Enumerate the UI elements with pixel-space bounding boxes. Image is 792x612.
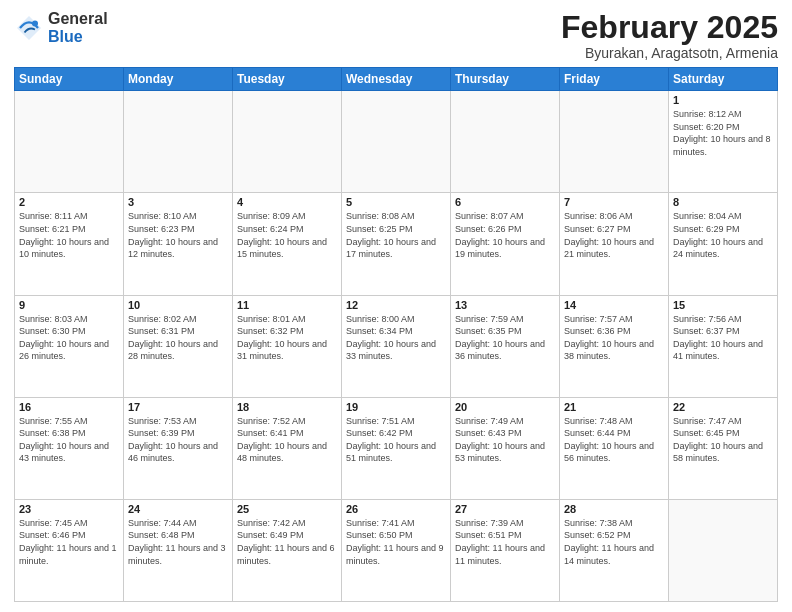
header-thursday: Thursday xyxy=(451,68,560,91)
calendar-cell xyxy=(124,91,233,193)
day-number: 6 xyxy=(455,196,555,208)
header-wednesday: Wednesday xyxy=(342,68,451,91)
calendar-cell: 26Sunrise: 7:41 AM Sunset: 6:50 PM Dayli… xyxy=(342,499,451,601)
day-info: Sunrise: 7:56 AM Sunset: 6:37 PM Dayligh… xyxy=(673,313,773,363)
location-subtitle: Byurakan, Aragatsotn, Armenia xyxy=(561,45,778,61)
calendar-cell: 11Sunrise: 8:01 AM Sunset: 6:32 PM Dayli… xyxy=(233,295,342,397)
day-number: 21 xyxy=(564,401,664,413)
calendar-week-row: 9Sunrise: 8:03 AM Sunset: 6:30 PM Daylig… xyxy=(15,295,778,397)
day-number: 26 xyxy=(346,503,446,515)
logo-blue-label: Blue xyxy=(48,28,108,46)
day-number: 22 xyxy=(673,401,773,413)
day-number: 13 xyxy=(455,299,555,311)
calendar-cell: 17Sunrise: 7:53 AM Sunset: 6:39 PM Dayli… xyxy=(124,397,233,499)
calendar-cell: 19Sunrise: 7:51 AM Sunset: 6:42 PM Dayli… xyxy=(342,397,451,499)
calendar-week-row: 2Sunrise: 8:11 AM Sunset: 6:21 PM Daylig… xyxy=(15,193,778,295)
calendar-cell: 14Sunrise: 7:57 AM Sunset: 6:36 PM Dayli… xyxy=(560,295,669,397)
day-info: Sunrise: 7:41 AM Sunset: 6:50 PM Dayligh… xyxy=(346,517,446,567)
day-number: 14 xyxy=(564,299,664,311)
calendar-cell: 22Sunrise: 7:47 AM Sunset: 6:45 PM Dayli… xyxy=(669,397,778,499)
day-number: 9 xyxy=(19,299,119,311)
day-info: Sunrise: 8:12 AM Sunset: 6:20 PM Dayligh… xyxy=(673,108,773,158)
day-number: 1 xyxy=(673,94,773,106)
day-info: Sunrise: 7:59 AM Sunset: 6:35 PM Dayligh… xyxy=(455,313,555,363)
day-number: 3 xyxy=(128,196,228,208)
calendar-cell: 4Sunrise: 8:09 AM Sunset: 6:24 PM Daylig… xyxy=(233,193,342,295)
calendar-cell: 16Sunrise: 7:55 AM Sunset: 6:38 PM Dayli… xyxy=(15,397,124,499)
day-info: Sunrise: 7:55 AM Sunset: 6:38 PM Dayligh… xyxy=(19,415,119,465)
logo-text: General Blue xyxy=(48,10,108,45)
day-number: 23 xyxy=(19,503,119,515)
header-tuesday: Tuesday xyxy=(233,68,342,91)
day-number: 28 xyxy=(564,503,664,515)
day-number: 4 xyxy=(237,196,337,208)
calendar-cell: 15Sunrise: 7:56 AM Sunset: 6:37 PM Dayli… xyxy=(669,295,778,397)
day-number: 15 xyxy=(673,299,773,311)
day-number: 7 xyxy=(564,196,664,208)
day-number: 18 xyxy=(237,401,337,413)
day-info: Sunrise: 7:45 AM Sunset: 6:46 PM Dayligh… xyxy=(19,517,119,567)
day-number: 16 xyxy=(19,401,119,413)
day-info: Sunrise: 7:39 AM Sunset: 6:51 PM Dayligh… xyxy=(455,517,555,567)
day-info: Sunrise: 8:00 AM Sunset: 6:34 PM Dayligh… xyxy=(346,313,446,363)
calendar-cell xyxy=(342,91,451,193)
day-number: 10 xyxy=(128,299,228,311)
calendar-cell xyxy=(15,91,124,193)
day-number: 12 xyxy=(346,299,446,311)
day-number: 2 xyxy=(19,196,119,208)
day-number: 27 xyxy=(455,503,555,515)
calendar-cell: 13Sunrise: 7:59 AM Sunset: 6:35 PM Dayli… xyxy=(451,295,560,397)
calendar-cell: 1Sunrise: 8:12 AM Sunset: 6:20 PM Daylig… xyxy=(669,91,778,193)
calendar-table: SundayMondayTuesdayWednesdayThursdayFrid… xyxy=(14,67,778,602)
day-number: 20 xyxy=(455,401,555,413)
calendar-cell: 24Sunrise: 7:44 AM Sunset: 6:48 PM Dayli… xyxy=(124,499,233,601)
header: General Blue February 2025 Byurakan, Ara… xyxy=(14,10,778,61)
calendar-cell: 18Sunrise: 7:52 AM Sunset: 6:41 PM Dayli… xyxy=(233,397,342,499)
calendar-cell xyxy=(669,499,778,601)
title-block: February 2025 Byurakan, Aragatsotn, Arme… xyxy=(561,10,778,61)
calendar-week-row: 16Sunrise: 7:55 AM Sunset: 6:38 PM Dayli… xyxy=(15,397,778,499)
calendar-cell: 5Sunrise: 8:08 AM Sunset: 6:25 PM Daylig… xyxy=(342,193,451,295)
header-friday: Friday xyxy=(560,68,669,91)
logo-general-label: General xyxy=(48,10,108,28)
calendar-week-row: 23Sunrise: 7:45 AM Sunset: 6:46 PM Dayli… xyxy=(15,499,778,601)
day-number: 24 xyxy=(128,503,228,515)
day-info: Sunrise: 8:02 AM Sunset: 6:31 PM Dayligh… xyxy=(128,313,228,363)
header-saturday: Saturday xyxy=(669,68,778,91)
calendar-cell: 28Sunrise: 7:38 AM Sunset: 6:52 PM Dayli… xyxy=(560,499,669,601)
day-info: Sunrise: 8:09 AM Sunset: 6:24 PM Dayligh… xyxy=(237,210,337,260)
logo-icon xyxy=(14,13,44,43)
day-info: Sunrise: 8:08 AM Sunset: 6:25 PM Dayligh… xyxy=(346,210,446,260)
day-number: 8 xyxy=(673,196,773,208)
calendar-cell: 20Sunrise: 7:49 AM Sunset: 6:43 PM Dayli… xyxy=(451,397,560,499)
calendar-cell: 12Sunrise: 8:00 AM Sunset: 6:34 PM Dayli… xyxy=(342,295,451,397)
day-info: Sunrise: 7:49 AM Sunset: 6:43 PM Dayligh… xyxy=(455,415,555,465)
calendar-cell: 8Sunrise: 8:04 AM Sunset: 6:29 PM Daylig… xyxy=(669,193,778,295)
header-monday: Monday xyxy=(124,68,233,91)
day-info: Sunrise: 7:48 AM Sunset: 6:44 PM Dayligh… xyxy=(564,415,664,465)
month-title: February 2025 xyxy=(561,10,778,45)
day-info: Sunrise: 8:03 AM Sunset: 6:30 PM Dayligh… xyxy=(19,313,119,363)
calendar-cell: 27Sunrise: 7:39 AM Sunset: 6:51 PM Dayli… xyxy=(451,499,560,601)
day-info: Sunrise: 8:07 AM Sunset: 6:26 PM Dayligh… xyxy=(455,210,555,260)
day-info: Sunrise: 7:53 AM Sunset: 6:39 PM Dayligh… xyxy=(128,415,228,465)
logo-container: General Blue xyxy=(14,10,108,45)
calendar-cell: 25Sunrise: 7:42 AM Sunset: 6:49 PM Dayli… xyxy=(233,499,342,601)
day-info: Sunrise: 8:01 AM Sunset: 6:32 PM Dayligh… xyxy=(237,313,337,363)
calendar-header-row: SundayMondayTuesdayWednesdayThursdayFrid… xyxy=(15,68,778,91)
day-info: Sunrise: 7:57 AM Sunset: 6:36 PM Dayligh… xyxy=(564,313,664,363)
day-info: Sunrise: 7:51 AM Sunset: 6:42 PM Dayligh… xyxy=(346,415,446,465)
calendar-cell: 21Sunrise: 7:48 AM Sunset: 6:44 PM Dayli… xyxy=(560,397,669,499)
calendar-cell: 3Sunrise: 8:10 AM Sunset: 6:23 PM Daylig… xyxy=(124,193,233,295)
calendar-cell xyxy=(451,91,560,193)
calendar-cell xyxy=(560,91,669,193)
day-number: 5 xyxy=(346,196,446,208)
day-number: 19 xyxy=(346,401,446,413)
calendar-cell: 9Sunrise: 8:03 AM Sunset: 6:30 PM Daylig… xyxy=(15,295,124,397)
day-info: Sunrise: 8:10 AM Sunset: 6:23 PM Dayligh… xyxy=(128,210,228,260)
header-sunday: Sunday xyxy=(15,68,124,91)
day-info: Sunrise: 8:11 AM Sunset: 6:21 PM Dayligh… xyxy=(19,210,119,260)
page: General Blue February 2025 Byurakan, Ara… xyxy=(0,0,792,612)
calendar-cell: 7Sunrise: 8:06 AM Sunset: 6:27 PM Daylig… xyxy=(560,193,669,295)
day-number: 11 xyxy=(237,299,337,311)
